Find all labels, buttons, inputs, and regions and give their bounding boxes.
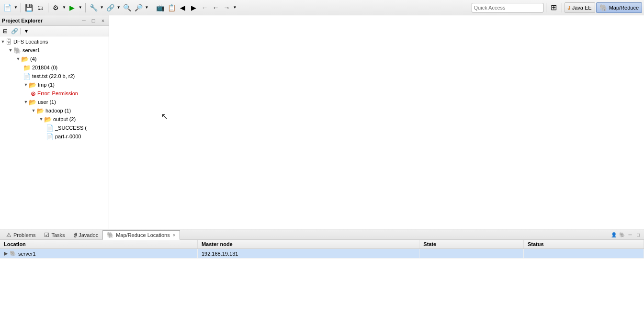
sep-3 bbox=[85, 3, 86, 12]
nav-btn2[interactable]: 📋 bbox=[166, 2, 177, 13]
folder-4-label: (4) bbox=[30, 56, 36, 62]
run-button[interactable]: ▶ bbox=[67, 2, 78, 13]
misc-btn1[interactable]: 🔧 bbox=[88, 2, 99, 13]
project-explorer-header: Project Explorer ─ □ × bbox=[0, 15, 109, 26]
run-dropdown-arrow[interactable]: ▼ bbox=[78, 5, 83, 10]
nav-dropdown[interactable]: ▼ bbox=[233, 5, 237, 10]
sep-1 bbox=[21, 3, 21, 12]
sep-5 bbox=[546, 3, 546, 12]
hadoop-label: hadoop (1) bbox=[45, 108, 71, 113]
col-master-node: Master node bbox=[197, 240, 419, 249]
dfs-locations-label: DFS Locations bbox=[13, 39, 48, 45]
tree-item-server1[interactable]: ▼ 🐘 server1 bbox=[0, 46, 109, 55]
tree-item-user[interactable]: ▼ 📂 user (1) bbox=[0, 98, 109, 106]
tree-item-tmp[interactable]: ▼ 📂 tmp (1) bbox=[0, 80, 109, 89]
build-dropdown-arrow[interactable]: ▼ bbox=[62, 5, 67, 10]
sep-2 bbox=[48, 3, 48, 12]
tree-item-hadoop[interactable]: ▼ 📂 hadoop (1) bbox=[0, 106, 109, 115]
map-reduce-locations-table: Location Master node State Status ▶ 🐘 se… bbox=[0, 240, 644, 315]
nav-btn7[interactable]: → bbox=[222, 2, 232, 13]
nav-btn1[interactable]: 📺 bbox=[155, 2, 166, 13]
tree-item-output[interactable]: ▼ 📂 output (2) bbox=[0, 115, 109, 124]
build-button[interactable]: ⚙ bbox=[51, 2, 61, 13]
nav-btn3[interactable]: ◀ bbox=[178, 2, 188, 13]
project-explorer-maximize[interactable]: □ bbox=[90, 17, 97, 24]
tab-javadoc[interactable]: @ Javadoc bbox=[69, 230, 103, 239]
misc-btn3[interactable]: 🔍 bbox=[122, 2, 133, 13]
tmp-icon: 📂 bbox=[29, 81, 36, 89]
new-dropdown-arrow[interactable]: ▼ bbox=[13, 5, 18, 10]
maximize-bottom-button[interactable]: □ bbox=[634, 231, 642, 238]
output-label: output (2) bbox=[53, 116, 76, 122]
folder-4-icon: 📂 bbox=[21, 56, 29, 63]
toggle-server1[interactable]: ▼ bbox=[8, 47, 13, 53]
table-row[interactable]: ▶ 🐘 server1 192.168.19.131 bbox=[0, 249, 644, 259]
new-button[interactable]: 📄 bbox=[2, 2, 13, 13]
tab-right-buttons: 👤 🐘 ─ □ bbox=[610, 231, 644, 239]
tasks-icon: ☑ bbox=[44, 232, 49, 238]
tree-item-test-txt[interactable]: 📄 test.txt (22.0 b, r2) bbox=[0, 72, 109, 80]
toggle-user[interactable]: ▼ bbox=[23, 99, 29, 105]
misc-btn4[interactable]: 🔎 bbox=[133, 2, 144, 13]
tab-problems[interactable]: ⚠ Problems bbox=[2, 230, 40, 239]
server1-icon: 🐘 bbox=[13, 47, 21, 54]
collapse-all-button[interactable]: ⊟ bbox=[1, 27, 10, 35]
nav-btn4[interactable]: ▶ bbox=[189, 2, 199, 13]
server1-cell-label: server1 bbox=[18, 251, 36, 257]
view-menu-button[interactable]: ▾ bbox=[22, 27, 31, 35]
tree-item-dfs-locations[interactable]: ▼ 🗄 DFS Locations bbox=[0, 37, 109, 46]
toggle-folder-4[interactable]: ▼ bbox=[15, 56, 21, 62]
error-icon: ⊗ bbox=[31, 90, 36, 97]
misc-btn2[interactable]: 🔗 bbox=[105, 2, 116, 13]
tmp-label: tmp (1) bbox=[38, 82, 55, 88]
toggle-output[interactable]: ▼ bbox=[38, 116, 44, 122]
test-txt-icon: 📄 bbox=[23, 73, 31, 80]
map-reduce-tab-label: Map/Reduce Locations bbox=[116, 232, 170, 238]
misc-dropdown-2[interactable]: ▼ bbox=[116, 5, 121, 10]
row-expand-icon[interactable]: ▶ bbox=[4, 250, 8, 257]
map-reduce-tab-close[interactable]: × bbox=[173, 233, 176, 238]
quick-access-input[interactable] bbox=[472, 3, 543, 12]
tree-item-success[interactable]: 📄 _SUCCESS ( bbox=[0, 124, 109, 132]
nav-btn6[interactable]: ← bbox=[211, 2, 221, 13]
misc-dropdown-3[interactable]: ▼ bbox=[145, 5, 149, 10]
javadoc-tab-label: Javadoc bbox=[79, 232, 98, 238]
open-perspective-button[interactable]: ⊞ bbox=[549, 2, 559, 13]
cell-state bbox=[419, 249, 524, 259]
map-reduce-perspective-label: Map/Reduce bbox=[609, 5, 639, 11]
project-explorer-toolbar: ⊟ 🔗 ▾ bbox=[0, 26, 109, 36]
javaee-perspective-button[interactable]: J Java EE bbox=[565, 2, 595, 13]
tree-item-part[interactable]: 📄 part-r-0000 bbox=[0, 132, 109, 141]
tree-item-folder-4[interactable]: ▼ 📂 (4) bbox=[0, 55, 109, 63]
hadoop-icon: 📂 bbox=[36, 107, 44, 114]
add-location-button[interactable]: 👤 bbox=[610, 231, 618, 238]
javaee-perspective-label: Java EE bbox=[572, 5, 592, 11]
misc-dropdown-1[interactable]: ▼ bbox=[100, 5, 104, 10]
save-button[interactable]: 💾 bbox=[23, 2, 34, 13]
link-editor-button[interactable]: 🔗 bbox=[10, 27, 19, 35]
project-explorer-minimize[interactable]: ─ bbox=[80, 17, 88, 24]
cell-location: ▶ 🐘 server1 bbox=[0, 249, 197, 259]
minimize-bottom-button[interactable]: ─ bbox=[626, 231, 634, 238]
bottom-tab-bar: ⚠ Problems ☑ Tasks @ Javadoc 🐘 Map/Reduc… bbox=[0, 229, 644, 240]
toggle-dfs[interactable]: ▼ bbox=[0, 39, 6, 45]
map-reduce-perspective-button[interactable]: 🐘 Map/Reduce bbox=[596, 2, 642, 13]
main-layout: Project Explorer ─ □ × ⊟ 🔗 ▾ ▼ 🗄 DFS Loc… bbox=[0, 15, 644, 315]
toggle-tmp[interactable]: ▼ bbox=[23, 82, 29, 88]
project-explorer-close[interactable]: × bbox=[99, 17, 107, 24]
tree-item-201804[interactable]: 📁 201804 (0) bbox=[0, 63, 109, 72]
toolbar-misc-group: 🔧 ▼ 🔗 ▼ 🔍 🔎 ▼ bbox=[88, 2, 149, 13]
toolbar-build-group: ⚙ ▼ ▶ ▼ bbox=[51, 2, 83, 13]
error-label: Error: Permission bbox=[37, 90, 78, 96]
server-row-icon: 🐘 bbox=[10, 250, 16, 257]
save-all-button[interactable]: 🗂 bbox=[35, 2, 45, 13]
toggle-hadoop[interactable]: ▼ bbox=[31, 108, 36, 113]
folder-201804-label: 201804 (0) bbox=[32, 65, 57, 70]
tree-item-error: ⊗ Error: Permission bbox=[0, 89, 109, 98]
tab-map-reduce[interactable]: 🐘 Map/Reduce Locations × bbox=[102, 230, 180, 240]
javadoc-icon: @ bbox=[74, 232, 77, 238]
nav-btn5[interactable]: ← bbox=[200, 2, 210, 13]
tab-tasks[interactable]: ☑ Tasks bbox=[40, 230, 69, 239]
elephant-btn[interactable]: 🐘 bbox=[618, 231, 626, 238]
map-reduce-tab-icon: 🐘 bbox=[107, 232, 114, 238]
